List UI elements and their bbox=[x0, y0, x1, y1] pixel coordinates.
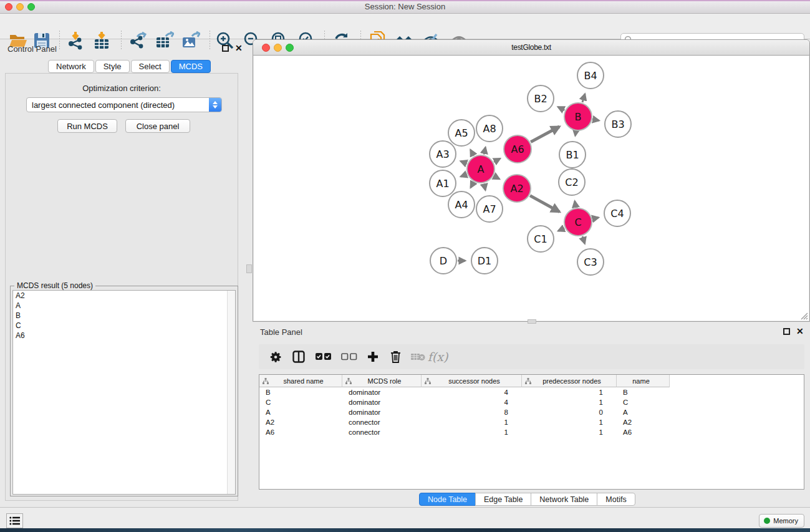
function-builder-icon[interactable]: f(x) bbox=[428, 350, 447, 364]
table-cell[interactable]: 4 bbox=[422, 397, 522, 407]
resize-grip-icon[interactable] bbox=[799, 311, 808, 320]
graph-edge-A-A7[interactable] bbox=[484, 183, 485, 190]
delete-table-icon[interactable] bbox=[408, 350, 427, 364]
control-panel-close-icon[interactable]: ✕ bbox=[235, 45, 243, 52]
graph-edge-A-A1[interactable] bbox=[461, 174, 467, 177]
graph-edge-C-C4[interactable] bbox=[592, 218, 598, 219]
graph-edge-B-B2[interactable] bbox=[558, 107, 564, 110]
deselect-all-icon[interactable] bbox=[340, 350, 359, 364]
graph-node-A3[interactable]: A3 bbox=[430, 141, 456, 167]
table-panel-float-icon[interactable] bbox=[783, 328, 790, 335]
tab-network[interactable]: Network bbox=[48, 60, 94, 73]
window-zoom-button[interactable] bbox=[27, 3, 35, 11]
table-cell[interactable]: A6 bbox=[259, 427, 342, 437]
graph-edge-C-C2[interactable] bbox=[575, 201, 576, 208]
result-item[interactable]: A bbox=[13, 301, 235, 311]
table-row[interactable]: A6connector11A6 bbox=[259, 427, 804, 437]
table-settings-gear-icon[interactable] bbox=[266, 350, 285, 364]
graph-node-A5[interactable]: A5 bbox=[448, 120, 475, 146]
graph-node-C3[interactable]: C3 bbox=[577, 249, 604, 275]
graph-node-D1[interactable]: D1 bbox=[471, 248, 498, 274]
table-cell[interactable]: dominator bbox=[342, 407, 422, 417]
network-window-titlebar[interactable]: testGlobe.txt bbox=[253, 40, 809, 56]
graph-node-A7[interactable]: A7 bbox=[476, 196, 503, 222]
table-cell[interactable]: C bbox=[617, 397, 670, 407]
node-table[interactable]: shared nameMCDS rolesuccessor nodesprede… bbox=[259, 374, 804, 490]
column-header-successor-nodes[interactable]: successor nodes bbox=[422, 375, 522, 387]
tab-edge-table[interactable]: Edge Table bbox=[475, 493, 531, 506]
result-item[interactable]: B bbox=[13, 311, 235, 321]
table-cell[interactable]: B bbox=[259, 387, 342, 397]
column-header-predecessor-nodes[interactable]: predecessor nodes bbox=[522, 375, 617, 387]
tab-style[interactable]: Style bbox=[95, 60, 130, 73]
table-cell[interactable]: A2 bbox=[617, 417, 670, 427]
graph-edge-A-A3[interactable] bbox=[461, 161, 467, 163]
run-mcds-button[interactable]: Run MCDS bbox=[57, 119, 117, 133]
graph-node-D[interactable]: D bbox=[430, 248, 456, 274]
graph-edge-B-B4[interactable] bbox=[582, 94, 585, 102]
graph-node-A2[interactable]: A2 bbox=[503, 175, 531, 202]
column-header-MCDS-role[interactable]: MCDS role bbox=[342, 375, 422, 387]
vertical-splitter-handle[interactable] bbox=[246, 264, 252, 273]
graph-node-A6[interactable]: A6 bbox=[504, 135, 531, 163]
select-all-icon[interactable] bbox=[314, 350, 333, 364]
graph-node-A1[interactable]: A1 bbox=[430, 170, 456, 196]
table-cell[interactable]: connector bbox=[342, 427, 422, 437]
task-history-button[interactable] bbox=[6, 513, 23, 528]
tab-select[interactable]: Select bbox=[131, 60, 170, 73]
horizontal-splitter-handle[interactable] bbox=[528, 319, 536, 324]
criterion-dropdown[interactable]: largest connected component (directed) bbox=[26, 97, 222, 112]
graph-node-B1[interactable]: B1 bbox=[559, 142, 586, 168]
table-row[interactable]: Cdominator41C bbox=[259, 397, 804, 407]
table-cell[interactable]: 1 bbox=[422, 427, 522, 437]
graph-node-B4[interactable]: B4 bbox=[577, 62, 604, 89]
graph-node-A4[interactable]: A4 bbox=[448, 191, 475, 218]
result-item[interactable]: A6 bbox=[13, 331, 235, 341]
column-header-shared-name[interactable]: shared name bbox=[259, 375, 342, 387]
table-cell[interactable]: 1 bbox=[522, 397, 617, 407]
table-cell[interactable]: B bbox=[617, 387, 670, 397]
network-minimize-button[interactable] bbox=[274, 44, 282, 52]
import-network-icon[interactable] bbox=[65, 30, 86, 51]
table-cell[interactable]: A6 bbox=[617, 427, 670, 437]
column-header-name[interactable]: name bbox=[617, 375, 670, 387]
table-cell[interactable]: C bbox=[259, 397, 342, 407]
graph-node-A8[interactable]: A8 bbox=[476, 115, 503, 142]
table-cell[interactable]: dominator bbox=[342, 397, 422, 407]
graph-node-C[interactable]: C bbox=[564, 208, 592, 236]
graph-edge-A2-C[interactable] bbox=[530, 196, 559, 212]
table-cell[interactable]: 0 bbox=[522, 407, 617, 417]
result-scrollbar[interactable] bbox=[227, 291, 235, 494]
table-cell[interactable]: dominator bbox=[342, 387, 422, 397]
graph-edge-A-A4[interactable] bbox=[471, 182, 474, 188]
graph-node-C4[interactable]: C4 bbox=[604, 200, 630, 226]
table-cell[interactable]: A bbox=[259, 407, 342, 417]
graph-node-C1[interactable]: C1 bbox=[528, 226, 554, 252]
network-canvas[interactable]: B4B2BB3A8A5A6A3B1AC2A1A2A4A7C4CC1C3DD1 bbox=[254, 56, 809, 321]
export-image-icon[interactable] bbox=[180, 30, 201, 51]
graph-node-C2[interactable]: C2 bbox=[559, 169, 585, 195]
graph-edge-C-C1[interactable] bbox=[558, 228, 564, 231]
table-panel-close-icon[interactable]: ✕ bbox=[796, 328, 804, 335]
graph-edge-B-B3[interactable] bbox=[593, 119, 599, 120]
graph-node-B[interactable]: B bbox=[564, 103, 592, 130]
table-cell[interactable]: 4 bbox=[422, 387, 522, 397]
tab-motifs[interactable]: Motifs bbox=[597, 493, 635, 506]
table-cell[interactable]: A bbox=[617, 407, 670, 417]
graph-edge-A-A2[interactable] bbox=[494, 176, 499, 179]
delete-column-icon[interactable] bbox=[386, 350, 405, 364]
close-panel-button[interactable]: Close panel bbox=[125, 119, 190, 133]
export-table-icon[interactable] bbox=[154, 30, 175, 51]
graph-node-B3[interactable]: B3 bbox=[605, 111, 631, 137]
graph-edge-A-A6[interactable] bbox=[494, 158, 500, 162]
table-cell[interactable]: connector bbox=[342, 417, 422, 427]
table-row[interactable]: A2connector11A2 bbox=[259, 417, 804, 427]
table-cell[interactable]: 1 bbox=[522, 417, 617, 427]
table-cell[interactable]: 1 bbox=[422, 417, 522, 427]
control-panel-float-icon[interactable] bbox=[222, 45, 229, 52]
window-close-button[interactable] bbox=[5, 3, 12, 11]
graph-edge-A6-B[interactable] bbox=[531, 127, 559, 142]
network-zoom-button[interactable] bbox=[286, 44, 294, 52]
graph-edge-A-A5[interactable] bbox=[471, 150, 474, 155]
table-row[interactable]: Adominator80A bbox=[259, 407, 804, 417]
